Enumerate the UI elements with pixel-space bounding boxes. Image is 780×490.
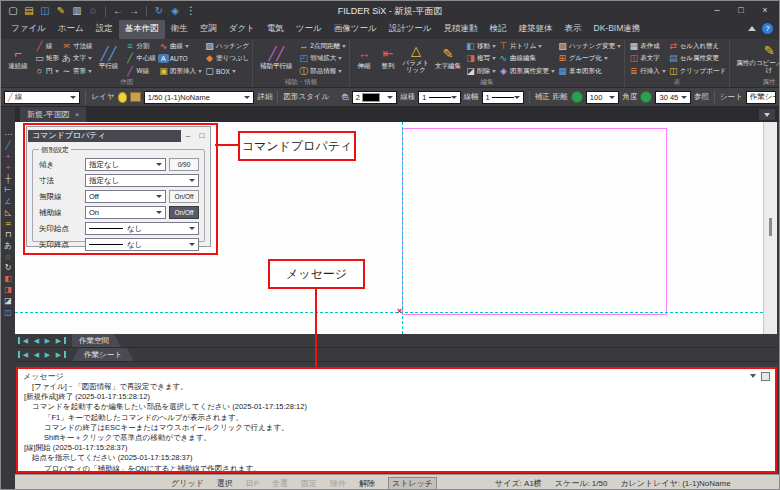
button-auto[interactable]: AAUTO — [157, 53, 203, 66]
button-table-text[interactable]: ◫表文字 — [627, 53, 667, 66]
detail-button[interactable]: 詳細 — [257, 92, 272, 102]
tab-sanitary[interactable]: 衛生 — [165, 20, 194, 39]
shape-style-dropdown[interactable]: 図形スタイル — [283, 92, 329, 102]
linetype-dropdown[interactable]: 1 — [418, 91, 460, 104]
tab-building-frame[interactable]: 建築躯体 — [513, 20, 559, 39]
prev-sheet-icon[interactable]: ◀ — [31, 337, 42, 344]
button-copy-paste-attributes[interactable]: ✎ 属性のコピー／貼り付け — [732, 40, 780, 77]
button-centerline[interactable]: ╱中心線 — [124, 53, 158, 66]
button-copy[interactable]: ◨複写 — [464, 53, 497, 66]
tab-electric[interactable]: 電気 — [261, 20, 290, 39]
help-icon[interactable]: ? — [762, 23, 773, 34]
button-box[interactable]: ▢BOX — [203, 65, 250, 78]
toggle-stretch[interactable]: ストレッチ — [388, 477, 437, 490]
dimension-tool-icon[interactable]: ≍ — [2, 220, 14, 228]
last-sheet-icon[interactable]: ▶ — [53, 351, 66, 358]
qat-more-icon[interactable]: ⋮ — [185, 6, 197, 16]
slope-0-90-button[interactable]: 0/90 — [169, 158, 199, 171]
tab-list-button[interactable] — [759, 109, 775, 120]
distance-lock-icon[interactable] — [571, 91, 583, 103]
snap-point-icon[interactable]: + — [2, 153, 14, 161]
erase-tool-icon[interactable]: ◪ — [2, 297, 14, 305]
linewidth-dropdown[interactable]: 1 — [482, 91, 524, 104]
aux-line-onoff-button[interactable]: On/Off — [169, 206, 199, 219]
tab-home[interactable]: ホーム — [52, 20, 90, 39]
button-curve[interactable]: ∿曲線 — [157, 40, 203, 53]
button-change-hatch[interactable]: ▨ハッチング変更 — [556, 40, 622, 53]
tab-duct[interactable]: ダクト — [223, 20, 261, 39]
angle-tool-icon[interactable]: ∠ — [2, 198, 14, 206]
button-divide[interactable]: ≡分割 — [124, 40, 158, 53]
next-sheet-icon[interactable]: ▶ — [42, 337, 53, 344]
toggle-select[interactable]: 選択 — [217, 478, 233, 489]
document-tab[interactable]: 新規-平面図 × — [20, 107, 86, 122]
infinite-line-dropdown[interactable]: Off — [85, 190, 166, 203]
reference-button[interactable]: 参照 — [694, 92, 709, 102]
panel-maximize-button[interactable]: □ — [195, 130, 209, 142]
slope-dropdown[interactable]: 指定なし — [85, 158, 166, 171]
next-sheet-icon[interactable]: ▶ — [42, 351, 53, 358]
current-tool-dropdown[interactable]: ╱ 線 — [4, 91, 80, 104]
button-edit-text[interactable]: ✎ 文字編集 — [432, 40, 464, 77]
tab-hvac[interactable]: 空調 — [194, 20, 223, 39]
last-sheet-icon[interactable]: ▶ — [53, 337, 66, 344]
button-clipboard[interactable]: ◫クリップボード — [667, 65, 727, 78]
arrow-end-dropdown[interactable]: なし — [85, 238, 199, 251]
arrow-start-dropdown[interactable]: なし — [85, 222, 199, 235]
layer-palette-icon[interactable] — [130, 92, 141, 102]
dimension-dropdown[interactable]: 指定なし — [85, 174, 199, 187]
button-line[interactable]: ╱線 — [33, 40, 60, 53]
move-tool-icon[interactable]: ◧ — [2, 275, 14, 283]
text-tool-icon[interactable]: あ — [2, 242, 14, 250]
chevron-down-icon[interactable] — [750, 374, 756, 378]
tab-image-tools[interactable]: 画像ツール — [328, 20, 383, 39]
close-button[interactable]: × — [753, 1, 777, 19]
tab-settings[interactable]: 設定 — [90, 20, 119, 39]
layer-visibility-bulb-icon[interactable] — [118, 92, 128, 103]
button-aux-parallel[interactable]: ╱╱ 補助平行線 — [255, 40, 297, 77]
tab-worksheet[interactable]: 作業シート — [72, 348, 134, 361]
button-text[interactable]: あ文字 — [60, 53, 94, 66]
circle-tool-icon[interactable]: ◌ — [2, 253, 14, 261]
infinite-line-onoff-button[interactable]: On/Off — [169, 190, 199, 203]
save-as-icon[interactable]: ✎ — [55, 6, 67, 16]
panel-minimize-button[interactable]: – — [181, 130, 195, 142]
save-icon[interactable]: ◫ — [39, 6, 51, 16]
print-preview-icon[interactable]: ◌ — [87, 6, 99, 16]
first-sheet-icon[interactable]: ◀ — [18, 337, 31, 344]
distance-dropdown[interactable]: 100 — [586, 91, 620, 104]
button-delete[interactable]: ◪削除 — [464, 65, 497, 78]
tab-design-tools[interactable]: 設計ツール — [383, 20, 438, 39]
line-tool-icon[interactable]: ╱ — [2, 142, 14, 150]
button-w-line[interactable]: ╱W線 — [124, 65, 158, 78]
close-tab-icon[interactable]: × — [75, 110, 80, 119]
button-swap-cells[interactable]: ⇄セル入れ替え — [667, 40, 727, 53]
rotate-tool-icon[interactable]: ↻ — [2, 264, 14, 272]
settings-icon[interactable]: ◈ — [169, 6, 181, 16]
toggle-select-all[interactable]: 全選 — [272, 478, 288, 489]
button-to-basic-shape[interactable]: ▦基本図形化 — [556, 65, 622, 78]
snap-intersection-icon[interactable]: + — [2, 164, 14, 172]
button-change-attributes[interactable]: ◈図形属性変更 — [497, 65, 556, 78]
prev-sheet-icon[interactable]: ◀ — [31, 351, 42, 358]
forward-icon[interactable]: → — [128, 6, 140, 16]
button-circle[interactable]: ○円 — [33, 65, 60, 78]
scrollbar-thumb[interactable] — [769, 218, 772, 236]
toggle-grid[interactable]: グリッド — [171, 478, 204, 489]
button-insert-shape[interactable]: ▣図形挿入 — [157, 65, 203, 78]
button-move[interactable]: ◧移動 — [464, 40, 497, 53]
sheet-dropdown[interactable]: 作業シート — [746, 91, 776, 104]
toggle-fix[interactable]: 固定 — [301, 478, 317, 489]
minimize-button[interactable]: – — [705, 1, 729, 19]
color-dropdown[interactable]: 2 — [352, 91, 398, 104]
button-cloud[interactable]: ∼雲形 — [60, 65, 94, 78]
copy-tool-icon[interactable]: ◨ — [2, 286, 14, 294]
tab-file[interactable]: ファイル — [5, 20, 52, 39]
collapse-ribbon-icon[interactable] — [748, 26, 756, 31]
triangle-tool-icon[interactable]: ◺ — [2, 209, 14, 217]
button-cell-attributes[interactable]: ▤セル属性変更 — [667, 53, 727, 66]
button-rectangle[interactable]: ▭矩形 — [33, 53, 60, 66]
button-insert-row[interactable]: ≣行挿入 — [627, 65, 667, 78]
panel-title-bar[interactable]: コマンドプロパティ – □ — [27, 127, 210, 144]
pin-icon[interactable] — [761, 372, 770, 381]
